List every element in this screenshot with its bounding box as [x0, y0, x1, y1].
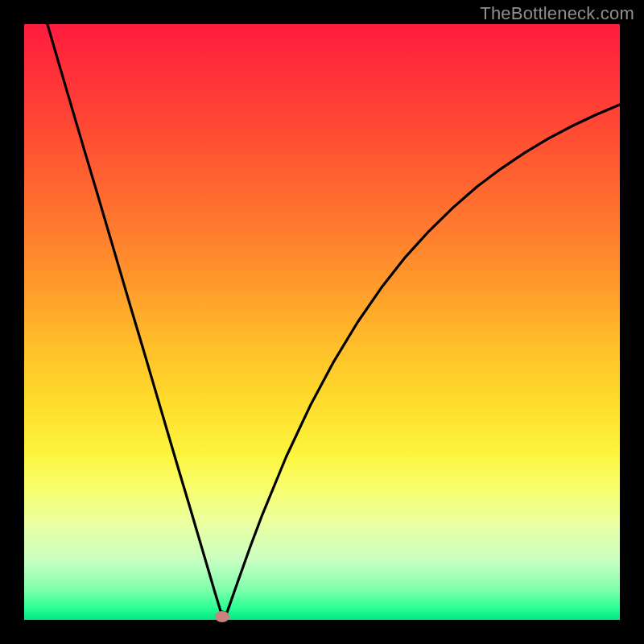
balance-point-marker	[215, 611, 229, 622]
chart-frame: TheBottleneck.com	[0, 0, 644, 644]
bottleneck-curve	[47, 24, 620, 613]
curve-svg	[24, 24, 620, 620]
plot-area	[24, 24, 620, 620]
watermark-text: TheBottleneck.com	[480, 3, 634, 24]
